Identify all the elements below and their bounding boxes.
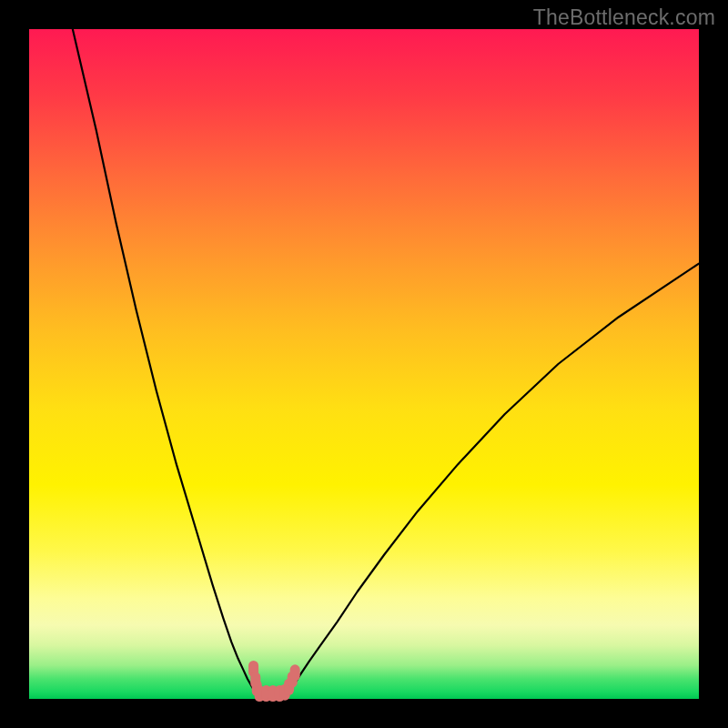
watermark-text: TheBottleneck.com bbox=[533, 5, 715, 30]
chart-frame: TheBottleneck.com bbox=[0, 0, 728, 728]
plot-area bbox=[29, 29, 699, 699]
